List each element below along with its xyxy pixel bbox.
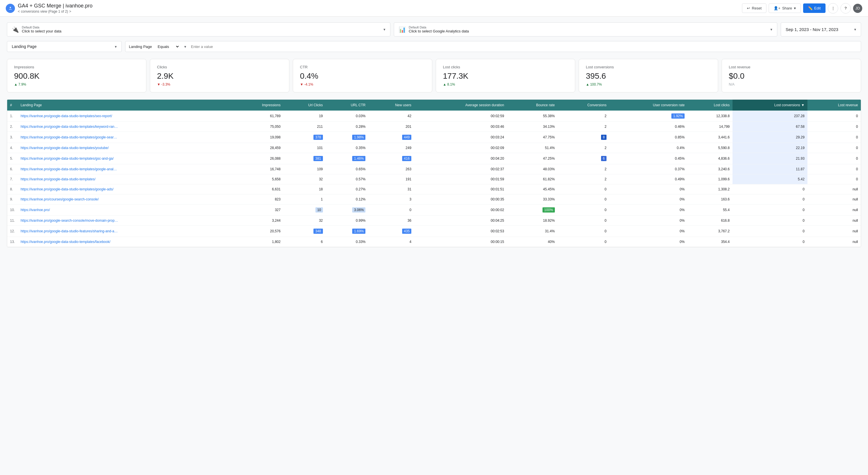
table-row: 11.https://ivanhoe.pro/google-search-con… [7, 216, 861, 226]
col-url-clicks[interactable]: Url Clicks [283, 100, 326, 111]
table-cell: 00:00:15 [414, 237, 507, 247]
col-impressions[interactable]: Impressions [233, 100, 283, 111]
share-icon: 👤+ [774, 6, 780, 10]
table-cell-link[interactable]: https://ivanhoe.pro/ [18, 205, 233, 216]
filter-row: 🔌 Default Data Click to select your data… [7, 22, 861, 36]
nav-prev[interactable]: < [18, 9, 20, 13]
share-button[interactable]: 👤+ Share ▾ [769, 3, 801, 13]
table-cell-link[interactable]: https://ivanhoe.pro/google-data-studio-t… [18, 184, 233, 195]
table-cell: 249 [368, 143, 414, 153]
col-ucr[interactable]: User conversion rate [609, 100, 687, 111]
table-cell: 237.28 [733, 111, 807, 122]
stat-card-impressions: Impressions 900.8K ▲ 7.9% [7, 59, 146, 92]
table-cell: 40% [507, 237, 557, 247]
table-cell: 00:00:02 [414, 205, 507, 216]
col-lost-conversions[interactable]: Lost conversions ▼ [733, 100, 807, 111]
table-cell-link[interactable]: https://ivanhoe.pro/google-data-studio-t… [18, 111, 233, 122]
table-cell: 32 [283, 174, 326, 184]
avatar[interactable]: JD [853, 4, 862, 13]
date-range-selector[interactable]: Sep 1, 2023 - Nov 17, 2023 ▾ [781, 22, 861, 36]
table-cell: null [807, 184, 861, 195]
table-cell-link[interactable]: https://ivanhoe.pro/courses/google-searc… [18, 195, 233, 205]
table-cell: 16,748 [233, 164, 283, 174]
app-header: GA4 + GSC Merge | ivanhoe.pro < conversi… [0, 0, 868, 17]
table-cell: 0.28% [326, 122, 369, 132]
reset-button[interactable]: ↩ Reset [742, 3, 766, 13]
table-cell: 0.99% [326, 216, 369, 226]
col-new-users[interactable]: New users [368, 100, 414, 111]
table-cell: 32 [283, 216, 326, 226]
table-cell: 13. [7, 237, 18, 247]
table-cell: 0.27% [326, 184, 369, 195]
table-cell: 0.35% [326, 143, 369, 153]
table-cell-link[interactable]: https://ivanhoe.pro/google-data-studio-t… [18, 237, 233, 247]
table-cell: 6 [558, 153, 609, 164]
data-source-2-selector[interactable]: 📊 Default Data Click to select Google An… [394, 22, 777, 36]
page-subtitle: < conversions view (Page 1 of 2) > [18, 9, 92, 13]
table-cell: 5,590.8 [687, 143, 733, 153]
table-cell: 0.45% [609, 153, 687, 164]
table-cell: 0 [807, 174, 861, 184]
date-range-text: Sep 1, 2023 - Nov 17, 2023 [786, 27, 851, 32]
filter-value-input[interactable] [191, 44, 857, 49]
table-row: 4.https://ivanhoe.pro/google-data-studio… [7, 143, 861, 153]
subtitle-text: conversions view (Page 1 of 2) [21, 9, 68, 13]
table-cell-link[interactable]: https://ivanhoe.pro/google-search-consol… [18, 216, 233, 226]
table-cell: 0 [733, 195, 807, 205]
table-cell: 163.6 [687, 195, 733, 205]
table-cell-link[interactable]: https://ivanhoe.pro/google-data-studio-f… [18, 226, 233, 237]
help-button[interactable]: ? [840, 3, 851, 13]
table-cell-link[interactable]: https://ivanhoe.pro/google-data-studio-t… [18, 143, 233, 153]
col-lost-clicks[interactable]: Lost clicks [687, 100, 733, 111]
table-cell: 378 [283, 132, 326, 143]
table-cell: 00:02:53 [414, 226, 507, 237]
data-source-1-selector[interactable]: 🔌 Default Data Click to select your data… [7, 22, 391, 36]
more-options-button[interactable]: ⋮ [828, 3, 838, 13]
col-avg-session[interactable]: Average session duration [414, 100, 507, 111]
filter-operator-select[interactable]: Equals Contains Starts with [156, 44, 180, 49]
main-content: 🔌 Default Data Click to select your data… [0, 17, 868, 253]
col-url-ctr[interactable]: URL CTR [326, 100, 369, 111]
arrow-up-icon: ▲ [586, 82, 589, 86]
col-landing-page[interactable]: Landing Page [18, 100, 233, 111]
table-row: 10.https://ivanhoe.pro/327103.06%000:00:… [7, 205, 861, 216]
stat-value: 2.9K [157, 71, 282, 81]
table-cell: 5,658 [233, 174, 283, 184]
edit-button[interactable]: ✏️ Edit [803, 3, 826, 13]
table-cell: 2 [558, 122, 609, 132]
table-cell: 0.57% [326, 174, 369, 184]
table-cell: 191 [368, 174, 414, 184]
table-cell-link[interactable]: https://ivanhoe.pro/google-data-studio-t… [18, 174, 233, 184]
table-row: 9.https://ivanhoe.pro/courses/google-sea… [7, 195, 861, 205]
table-cell: 0 [368, 205, 414, 216]
table-cell: 0 [733, 216, 807, 226]
chevron-down-icon: ▾ [115, 44, 117, 49]
table-cell: 0.46% [609, 122, 687, 132]
table-cell: null [807, 226, 861, 237]
table-cell: 31.4% [507, 226, 557, 237]
col-bounce[interactable]: Bounce rate [507, 100, 557, 111]
table-cell: 9. [7, 195, 18, 205]
table-row: 2.https://ivanhoe.pro/google-data-studio… [7, 122, 861, 132]
table-cell: 3.06% [326, 205, 369, 216]
table-cell: 1 [283, 195, 326, 205]
table-cell: 101 [283, 143, 326, 153]
table-cell: 449 [368, 132, 414, 143]
sort-desc-icon: ▼ [801, 103, 805, 107]
dimension-selector[interactable]: Landing Page ▾ [7, 41, 122, 52]
table-cell: 67.58 [733, 122, 807, 132]
table-cell: 00:03:24 [414, 132, 507, 143]
table-cell: 354.4 [687, 237, 733, 247]
table-cell-link[interactable]: https://ivanhoe.pro/google-data-studio-t… [18, 122, 233, 132]
col-conversions[interactable]: Conversions [558, 100, 609, 111]
table-cell: 348 [283, 226, 326, 237]
table-cell: 00:01:51 [414, 184, 507, 195]
nav-next[interactable]: > [69, 9, 71, 13]
table-cell-link[interactable]: https://ivanhoe.pro/google-data-studio-t… [18, 164, 233, 174]
table-cell: 00:02:59 [414, 111, 507, 122]
table-cell-link[interactable]: https://ivanhoe.pro/google-data-studio-t… [18, 132, 233, 143]
table-row: 12.https://ivanhoe.pro/google-data-studi… [7, 226, 861, 237]
table-cell-link[interactable]: https://ivanhoe.pro/google-data-studio-t… [18, 153, 233, 164]
col-lost-revenue[interactable]: Lost revenue [807, 100, 861, 111]
table-cell: 0 [807, 153, 861, 164]
